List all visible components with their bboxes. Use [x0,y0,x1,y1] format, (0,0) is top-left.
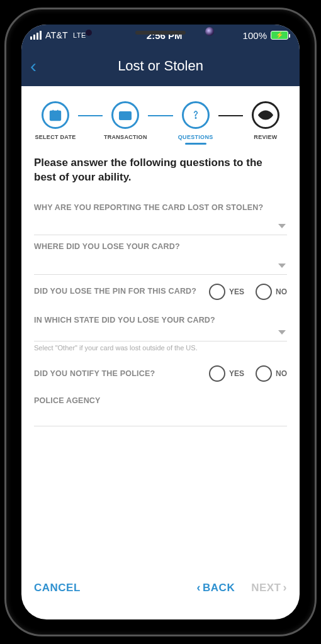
carrier-label: AT&T [45,30,68,40]
chevron-left-icon: ‹ [197,581,201,594]
button-label: NEXT [251,582,281,594]
radio-label: YES [229,287,244,296]
status-bar: AT&T LTE 2:56 PM 100% ⚡ [21,25,300,46]
back-chevron-icon[interactable]: ‹ [30,57,37,75]
svg-point-5 [55,115,56,116]
pin-lost-question: DID YOU LOSE THE PIN FOR THIS CARD? YES … [34,275,287,309]
svg-rect-10 [120,112,131,119]
radio-icon [256,284,272,300]
page-title: Lost or Stolen [118,58,203,74]
radio-icon [209,284,225,300]
field-label: WHY ARE YOU REPORTING THE CARD LOST OR S… [34,203,287,214]
radio-icon [209,365,225,382]
network-label: LTE [73,31,86,39]
chevron-down-icon [278,224,286,228]
battery-icon: ⚡ [271,31,288,40]
step-connector [148,115,172,116]
notify-police-yes[interactable]: YES [209,365,244,382]
battery-pct: 100% [243,30,267,41]
field-label: POLICE AGENCY [34,396,287,407]
radio-icon [256,365,272,382]
svg-point-6 [57,115,59,116]
svg-point-9 [57,118,59,119]
footer-actions: CANCEL ‹ BACK NEXT › [21,575,300,619]
svg-point-8 [55,118,56,119]
step-label: QUESTIONS [173,134,218,140]
reason-select[interactable]: WHY ARE YOU REPORTING THE CARD LOST OR S… [34,196,287,236]
notify-police-no[interactable]: NO [256,365,287,382]
notify-police-question: DID YOU NOTIFY THE POLICE? YES NO [34,352,287,391]
svg-point-13 [264,113,268,118]
button-label: BACK [203,582,235,594]
next-button[interactable]: NEXT › [251,581,287,594]
question-icon [189,106,203,124]
button-label: CANCEL [34,582,81,594]
step-connector [78,115,103,116]
nav-header: ‹ Lost or Stolen [21,46,300,86]
phone-frame: AT&T LTE 2:56 PM 100% ⚡ ‹ Lost or Stolen [4,8,317,636]
eye-icon [257,107,274,123]
back-button[interactable]: ‹ BACK [197,581,235,594]
field-label: DID YOU LOSE THE PIN FOR THIS CARD? [34,286,209,297]
progress-stepper: SELECT DATE TRANSACTION QUES [21,86,300,148]
step-review[interactable]: REVIEW [243,101,288,140]
chevron-down-icon [278,330,286,335]
text-input-line[interactable] [34,408,287,426]
form-prompt: Please answer the following questions to… [34,156,287,185]
svg-point-7 [52,118,54,119]
radio-label: YES [229,369,244,378]
chevron-down-icon [278,264,286,268]
step-label: SELECT DATE [33,134,78,140]
pin-lost-no[interactable]: NO [256,284,287,300]
pin-lost-yes[interactable]: YES [209,284,244,300]
svg-point-4 [52,115,54,116]
state-helper-text: Select "Other" if your card was lost out… [34,344,287,352]
camera-dot [205,27,214,36]
sensor-dot [86,30,92,36]
speaker-slit [135,31,186,35]
signal-bars-icon [30,31,42,40]
state-select[interactable]: IN WHICH STATE DID YOU LOSE YOUR CARD? [34,309,287,342]
cancel-button[interactable]: CANCEL [34,582,81,594]
active-step-underline [185,143,206,145]
card-icon [118,108,133,123]
step-questions[interactable]: QUESTIONS [173,101,218,145]
radio-label: NO [276,287,287,296]
chevron-right-icon: › [283,581,288,594]
step-select-date[interactable]: SELECT DATE [33,101,78,140]
radio-label: NO [276,369,287,378]
where-select[interactable]: WHERE DID YOU LOSE YOUR CARD? [34,235,287,275]
step-transaction[interactable]: TRANSACTION [103,101,148,140]
step-connector [218,115,243,116]
step-label: REVIEW [243,134,288,140]
police-agency-field[interactable]: POLICE AGENCY [34,391,287,434]
questions-form: Please answer the following questions to… [21,148,300,575]
screen: AT&T LTE 2:56 PM 100% ⚡ ‹ Lost or Stolen [21,25,300,619]
field-label: WHERE DID YOU LOSE YOUR CARD? [34,242,287,253]
field-label: IN WHICH STATE DID YOU LOSE YOUR CARD? [34,315,287,326]
step-label: TRANSACTION [103,134,148,140]
field-label: DID YOU NOTIFY THE POLICE? [34,369,209,380]
calendar-icon [48,108,62,122]
